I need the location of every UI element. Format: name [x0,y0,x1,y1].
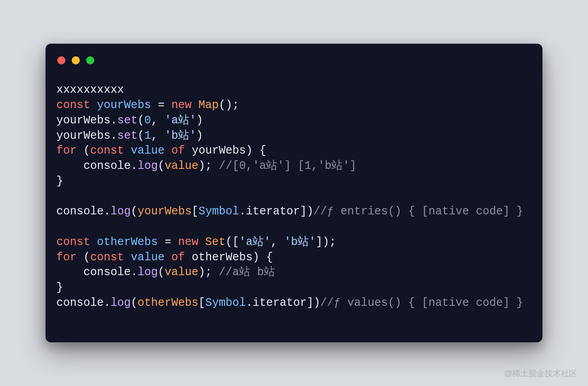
punctuation: ( [131,205,138,218]
punctuation: . [104,296,110,309]
variable: otherWebs [97,236,158,249]
brace: } [56,175,63,188]
argument: yourWebs [138,205,192,218]
string: 'a站' [239,236,271,249]
identifier: otherWebs [192,251,253,264]
string: 'b站' [165,129,196,142]
function-call: set [117,114,138,127]
punctuation: ) { [253,251,273,264]
punctuation: ( [158,159,165,173]
variable: value [131,251,165,264]
identifier: console [56,296,104,309]
property: iterator [246,205,300,218]
string: 'b站' [284,236,316,249]
keyword-new: new [178,236,198,249]
identifier: console [83,159,131,173]
function-call: log [138,266,158,279]
comment: //ƒ values() { [native code] } [320,296,523,309]
keyword-const: const [56,236,90,249]
comment: //ƒ entries() { [native code] } [313,205,523,218]
comment: //[0,'a站'] [1,'b站'] [219,159,356,173]
punctuation: ); [198,266,219,279]
identifier: yourWebs [192,144,246,157]
keyword-const: const [90,144,124,157]
punctuation: [ [198,296,205,309]
punctuation: ([ [225,236,239,249]
indent [56,266,83,279]
identifier: yourWebs [56,129,110,142]
keyword-const: const [90,251,124,264]
function-call: log [138,159,158,173]
punctuation: ( [158,266,165,279]
punctuation: , [271,236,284,249]
punctuation: ( [138,114,144,127]
close-icon[interactable] [57,56,65,64]
watermark: @稀土掘金技术社区 [504,368,577,379]
string: 'a站' [165,114,196,127]
punctuation: ]) [300,205,313,218]
identifier: console [56,205,104,218]
minimize-icon[interactable] [72,56,80,64]
punctuation: . [131,159,138,173]
identifier: console [83,266,131,279]
indent [56,159,83,173]
number: 1 [144,129,151,142]
punctuation: [ [192,205,198,218]
traffic-lights [57,56,532,64]
keyword-for: for [56,251,77,264]
function-call: log [110,205,131,218]
code-block: xxxxxxxxxx const yourWebs = new Map(); y… [56,82,532,310]
symbol: Symbol [198,205,239,218]
argument: value [165,159,198,173]
punctuation: ) { [246,144,266,157]
class-name: Set [205,236,225,249]
comment: //a站 b站 [219,266,275,279]
punctuation: . [104,205,110,218]
operator: = [151,99,171,112]
punctuation: ( [138,129,144,142]
brace: } [56,281,63,294]
number: 0 [144,114,151,127]
punctuation: . [246,296,253,309]
punctuation: . [239,205,246,218]
punctuation: ) [196,114,203,127]
punctuation: ( [77,251,90,264]
operator: = [158,236,178,249]
punctuation: , [151,114,165,127]
punctuation: . [110,114,117,127]
punctuation: ( [131,296,138,309]
code-line: xxxxxxxxxx [56,83,124,96]
property: iterator [253,296,307,309]
keyword-for: for [56,144,77,157]
keyword-const: const [56,99,90,112]
identifier: yourWebs [56,114,110,127]
punctuation: ); [198,159,219,173]
punctuation: (); [219,99,239,112]
punctuation: , [151,129,165,142]
keyword-new: new [171,99,192,112]
keyword-of: of [171,144,185,157]
code-window: xxxxxxxxxx const yourWebs = new Map(); y… [46,44,542,342]
class-name: Map [198,99,219,112]
argument: value [165,266,198,279]
punctuation: ) [196,129,203,142]
punctuation: . [131,266,138,279]
maximize-icon[interactable] [86,56,94,64]
punctuation: ]); [316,236,336,249]
keyword-of: of [171,251,185,264]
punctuation: . [110,129,117,142]
argument: otherWebs [138,296,198,309]
variable: value [131,144,165,157]
punctuation: ]) [307,296,320,309]
function-call: set [117,129,138,142]
symbol: Symbol [205,296,246,309]
function-call: log [110,296,131,309]
punctuation: ( [77,144,90,157]
variable: yourWebs [97,99,151,112]
